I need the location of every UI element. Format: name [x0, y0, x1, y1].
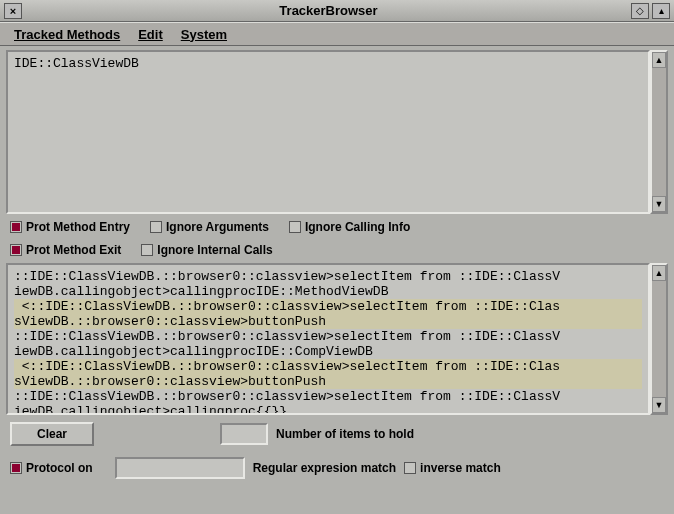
checkbox-ignore-internal-calls[interactable]	[141, 244, 153, 256]
menu-tracked-methods[interactable]: Tracked Methods	[14, 27, 120, 42]
close-icon[interactable]: ×	[4, 3, 22, 19]
label-regex: Regular expresion match	[253, 461, 396, 475]
log-line[interactable]: ::IDE::ClassViewDB.::browser0::classview…	[14, 269, 642, 284]
log-line[interactable]: <::IDE::ClassViewDB.::browser0::classvie…	[14, 359, 642, 374]
minimize-icon[interactable]: ▴	[652, 3, 670, 19]
log-panel[interactable]: ::IDE::ClassViewDB.::browser0::classview…	[6, 263, 650, 415]
options-row-2: Prot Method Exit Ignore Internal Calls	[6, 240, 668, 260]
scroll-down-icon[interactable]: ▼	[652, 397, 666, 413]
titlebar: × TrackerBrowser ◇ ▴	[0, 0, 674, 22]
label-num-items: Number of items to hold	[276, 427, 414, 441]
scroll-up-icon[interactable]: ▲	[652, 52, 666, 68]
bottom-bar-1: Clear Number of items to hold	[6, 418, 668, 450]
scrollbar-log[interactable]: ▲ ▼	[650, 263, 668, 415]
label-protocol-on: Protocol on	[26, 461, 93, 475]
checkbox-protocol-on[interactable]	[10, 462, 22, 474]
checkbox-prot-method-entry[interactable]	[10, 221, 22, 233]
tracked-list-panel[interactable]: IDE::ClassViewDB	[6, 50, 650, 214]
menu-system[interactable]: System	[181, 27, 227, 42]
scroll-down-icon[interactable]: ▼	[652, 196, 666, 212]
log-line[interactable]: iewDB.callingobject>callingprocIDE::Comp…	[14, 344, 642, 359]
log-line[interactable]: ::IDE::ClassViewDB.::browser0::classview…	[14, 389, 642, 404]
log-line[interactable]: iewDB.callingobject>callingprocIDE::Meth…	[14, 284, 642, 299]
label-inverse-match: inverse match	[420, 461, 501, 475]
label-ignore-internal-calls: Ignore Internal Calls	[157, 243, 272, 257]
menubar: Tracked Methods Edit System	[0, 22, 674, 46]
checkbox-ignore-calling-info[interactable]	[289, 221, 301, 233]
label-prot-method-entry: Prot Method Entry	[26, 220, 130, 234]
log-line[interactable]: sViewDB.::browser0::classview>buttonPush	[14, 314, 642, 329]
checkbox-ignore-arguments[interactable]	[150, 221, 162, 233]
maximize-icon[interactable]: ◇	[631, 3, 649, 19]
checkbox-inverse-match[interactable]	[404, 462, 416, 474]
label-prot-method-exit: Prot Method Exit	[26, 243, 121, 257]
menu-edit[interactable]: Edit	[138, 27, 163, 42]
num-items-input[interactable]	[220, 423, 268, 445]
options-row-1: Prot Method Entry Ignore Arguments Ignor…	[6, 217, 668, 237]
log-line[interactable]: ::IDE::ClassViewDB.::browser0::classview…	[14, 329, 642, 344]
log-line[interactable]: sViewDB.::browser0::classview>buttonPush	[14, 374, 642, 389]
label-ignore-calling-info: Ignore Calling Info	[305, 220, 410, 234]
checkbox-prot-method-exit[interactable]	[10, 244, 22, 256]
clear-button[interactable]: Clear	[10, 422, 94, 446]
scrollbar-top[interactable]: ▲ ▼	[650, 50, 668, 214]
window-title: TrackerBrowser	[26, 3, 631, 18]
bottom-bar-2: Protocol on Regular expresion match inve…	[6, 453, 668, 483]
log-line[interactable]: iewDB.callingobject>callingproc{{}}	[14, 404, 642, 415]
tracked-list-item[interactable]: IDE::ClassViewDB	[14, 56, 642, 71]
label-ignore-arguments: Ignore Arguments	[166, 220, 269, 234]
regex-input[interactable]	[115, 457, 245, 479]
scroll-up-icon[interactable]: ▲	[652, 265, 666, 281]
log-line[interactable]: <::IDE::ClassViewDB.::browser0::classvie…	[14, 299, 642, 314]
